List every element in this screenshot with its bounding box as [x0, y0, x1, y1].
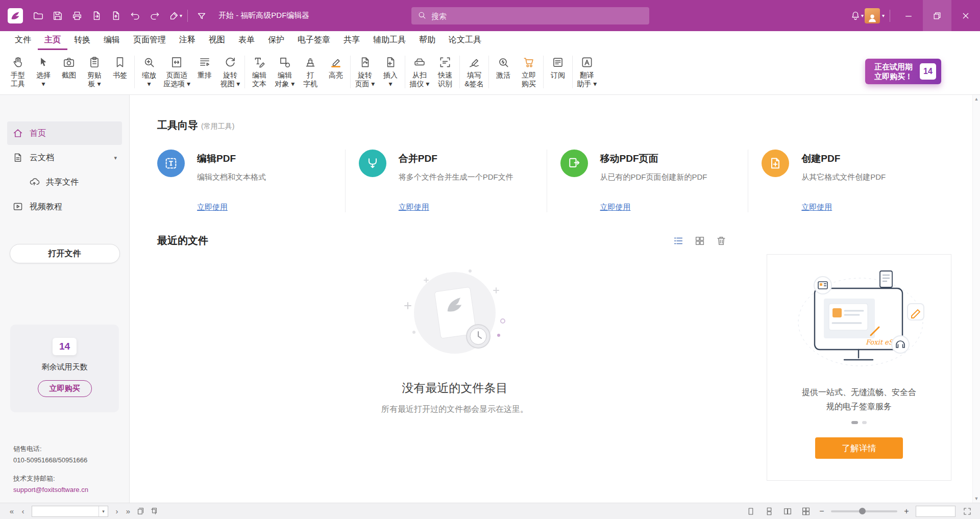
collapse-ribbon-icon[interactable]	[192, 5, 211, 27]
menu-protect[interactable]: 保护	[261, 31, 291, 50]
minimize-button[interactable]	[894, 0, 923, 31]
tool-label: 缩放	[142, 71, 156, 80]
ribbon-tool-typewriter[interactable]: 打字机	[298, 53, 323, 89]
ribbon-tool-activate[interactable]: 激活	[491, 53, 516, 81]
ribbon-tool-buy-now[interactable]: 立即购买	[516, 53, 542, 89]
ribbon-tool-hand[interactable]: 手型工具	[5, 53, 31, 89]
ribbon-tool-highlight[interactable]: 高亮	[323, 53, 349, 81]
menu-accessibility[interactable]: 辅助工具	[366, 31, 412, 50]
ribbon-tool-bookmark[interactable]: 书签	[107, 53, 133, 81]
learn-more-button[interactable]: 了解详情	[815, 437, 903, 459]
menu-convert[interactable]: 转换	[67, 31, 97, 50]
scroll-up-icon[interactable]: ▲	[974, 96, 979, 102]
page-dropdown-caret-icon[interactable]: ▾	[99, 506, 108, 516]
scroll-down-icon[interactable]: ▼	[974, 496, 979, 501]
search-input[interactable]	[431, 12, 643, 20]
undo-icon[interactable]	[126, 5, 145, 27]
sidebar-item-cloud-docs[interactable]: 云文档 ▾	[7, 146, 122, 169]
print-icon[interactable]	[67, 5, 87, 27]
menu-view[interactable]: 视图	[202, 31, 232, 50]
restore-button[interactable]	[923, 0, 951, 31]
sidebar-item-shared-files[interactable]: 共享文件	[7, 170, 122, 194]
page-number-combobox[interactable]: ▾	[32, 506, 108, 517]
next-view-icon[interactable]	[147, 507, 160, 515]
facing-continuous-view-icon[interactable]	[799, 507, 813, 516]
ribbon-tool-quick-ocr[interactable]: 快速识别	[432, 53, 458, 89]
ribbon-tool-translate-assistant[interactable]: 翻译助手 ▾	[574, 53, 600, 89]
ribbon-tool-insert[interactable]: 插入▾	[378, 53, 403, 89]
ribbon-tool-edit-text[interactable]: 编辑文本	[247, 53, 272, 89]
facing-view-icon[interactable]	[781, 507, 794, 516]
fit-screen-icon[interactable]	[961, 507, 974, 516]
ribbon-tool-fit-page-options[interactable]: 页面适应选项 ▾	[162, 53, 192, 89]
carousel-dot[interactable]	[862, 421, 867, 424]
ribbon-tool-subscribe[interactable]: 订阅	[545, 53, 571, 81]
menu-esign[interactable]: 电子签章	[291, 31, 337, 50]
search-box[interactable]	[411, 7, 649, 24]
menu-paper-tools[interactable]: 论文工具	[442, 31, 488, 50]
ribbon-tool-edit-object[interactable]: 编辑对象 ▾	[272, 53, 298, 89]
buy-now-button[interactable]: 立即购买	[38, 380, 92, 397]
zoom-out-icon[interactable]: −	[818, 507, 826, 516]
export-doc-icon[interactable]	[106, 5, 126, 27]
avatar[interactable]	[865, 8, 880, 23]
ribbon-tool-rotate-pages[interactable]: 旋转页面 ▾	[352, 53, 378, 89]
close-button[interactable]	[951, 0, 980, 31]
zoom-level-box[interactable]	[916, 506, 955, 517]
trial-panel: 14 剩余试用天数 立即购买	[10, 325, 119, 412]
first-page-icon[interactable]: «	[6, 507, 17, 515]
ribbon-tool-snapshot[interactable]: 截图	[56, 53, 82, 81]
save-icon[interactable]	[48, 5, 67, 27]
ribbon-tool-reflow[interactable]: 重排	[192, 53, 217, 81]
menu-page-organize[interactable]: 页面管理	[127, 31, 173, 50]
sign-dropdown-caret-icon[interactable]: ▾	[180, 13, 182, 18]
share-doc-icon[interactable]	[87, 5, 106, 27]
menu-home[interactable]: 主页	[38, 31, 67, 50]
next-page-icon[interactable]: ›	[111, 507, 122, 515]
zoom-level-input[interactable]	[916, 506, 955, 516]
list-view-icon[interactable]	[673, 235, 684, 246]
redo-icon[interactable]	[145, 5, 164, 27]
zoom-slider[interactable]	[831, 510, 897, 512]
trial-purchase-badge[interactable]: 正在试用期 立即购买！ 14	[865, 59, 941, 84]
page-number-input[interactable]	[32, 507, 99, 515]
menu-edit[interactable]: 编辑	[97, 31, 127, 50]
chevron-down-icon[interactable]: ▾	[114, 155, 117, 161]
vertical-scrollbar[interactable]: ▲ ▼	[972, 95, 980, 503]
single-page-view-icon[interactable]	[744, 507, 757, 516]
ribbon-tool-from-scanner[interactable]: 从扫描仪 ▾	[407, 53, 432, 89]
carousel-dot-active[interactable]	[851, 421, 858, 424]
open-file-button[interactable]: 打开文件	[10, 244, 120, 263]
notifications-caret-icon[interactable]: ▾	[861, 13, 864, 18]
ribbon-tool-select[interactable]: 选择▾	[31, 53, 56, 89]
previous-page-icon[interactable]: ‹	[17, 507, 29, 515]
tool-label: 填写	[467, 71, 481, 80]
ribbon-tool-zoom[interactable]: 缩放▾	[136, 53, 162, 89]
use-now-link[interactable]: 立即使用	[600, 203, 631, 212]
sidebar-item-home[interactable]: 首页	[7, 121, 122, 145]
menu-file[interactable]: 文件	[8, 31, 38, 50]
continuous-view-icon[interactable]	[763, 507, 776, 516]
sidebar-item-video-tutorials[interactable]: 视频教程	[7, 195, 122, 218]
use-now-link[interactable]: 立即使用	[197, 203, 228, 212]
use-now-link[interactable]: 立即使用	[801, 203, 832, 212]
menu-comment[interactable]: 注释	[173, 31, 202, 50]
ribbon-tool-rotate-view[interactable]: 旋转视图 ▾	[217, 53, 243, 89]
grid-view-icon[interactable]	[694, 235, 705, 246]
menu-form[interactable]: 表单	[232, 31, 261, 50]
zoom-in-icon[interactable]: +	[902, 507, 911, 516]
tool-cards: 编辑PDF 编辑文档和文本格式 立即使用 合并PDF 将多个文件合并生成一个PD…	[157, 150, 965, 212]
use-now-link[interactable]: 立即使用	[399, 203, 429, 212]
tool-wizard-header: 工具向导 (常用工具)	[157, 118, 965, 132]
menu-help[interactable]: 帮助	[412, 31, 442, 50]
last-page-icon[interactable]: »	[122, 507, 134, 515]
menu-share[interactable]: 共享	[337, 31, 366, 50]
open-folder-icon[interactable]	[29, 5, 48, 27]
ribbon-tool-clipboard[interactable]: 剪贴板 ▾	[82, 53, 107, 89]
ribbon-tool-fill-sign[interactable]: 填写&签名	[461, 53, 487, 89]
previous-view-icon[interactable]	[134, 507, 147, 515]
account-caret-icon[interactable]: ▾	[882, 13, 885, 18]
support-email-link[interactable]: support@foxitsoftware.cn	[13, 484, 129, 496]
zoom-slider-thumb[interactable]	[859, 508, 866, 514]
trash-icon[interactable]	[716, 235, 727, 246]
